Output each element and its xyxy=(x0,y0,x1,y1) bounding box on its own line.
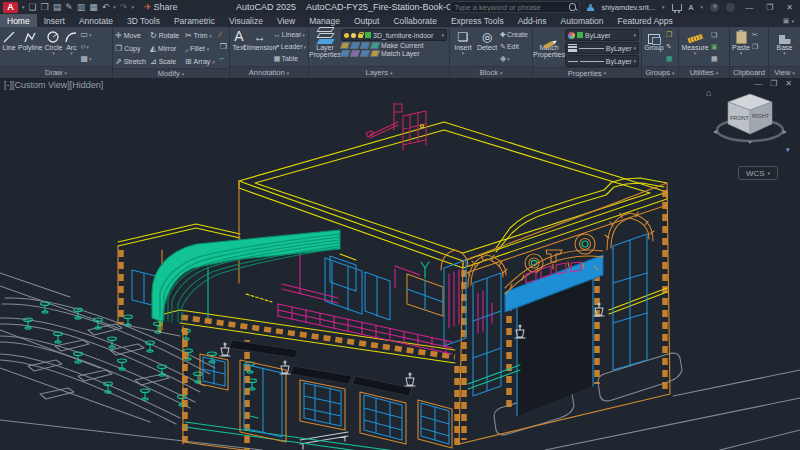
help-icon[interactable]: ? xyxy=(710,3,719,12)
store-cart-icon[interactable] xyxy=(672,4,682,11)
measure-button[interactable]: Measure▾ xyxy=(681,29,709,57)
save-icon[interactable]: ▤ xyxy=(53,2,62,13)
search-icon[interactable] xyxy=(569,3,576,11)
scale-button[interactable]: ⊿Scale xyxy=(150,55,183,68)
detect-button[interactable]: ◎ Detect xyxy=(476,29,498,51)
panel-label-view[interactable]: View▾ xyxy=(769,66,800,78)
tab-collaborate[interactable]: Collaborate xyxy=(386,14,443,27)
explode-icon[interactable]: ❒ xyxy=(220,41,227,52)
base-button[interactable]: Base▾ xyxy=(774,29,796,57)
quick-select-icon[interactable]: ▣ xyxy=(711,41,718,52)
layer-color-swatch[interactable] xyxy=(365,32,371,38)
close-button[interactable]: ✕ xyxy=(783,3,796,12)
linetype-dropdown[interactable]: ByLayer ▾ xyxy=(565,55,639,67)
ungroup-icon[interactable]: ❒ xyxy=(666,29,673,40)
model-canvas[interactable] xyxy=(0,78,800,450)
account-icon[interactable] xyxy=(587,4,594,11)
tab-home[interactable]: Home xyxy=(0,14,37,27)
hatch-tool-icon[interactable]: ▦▾ xyxy=(80,53,91,64)
account-caret-icon[interactable]: ▾ xyxy=(662,4,665,10)
tab-manage[interactable]: Manage xyxy=(302,14,347,27)
maximize-button[interactable]: ❐ xyxy=(763,3,776,12)
account-name[interactable]: shiyamdev.srit... xyxy=(601,3,655,12)
tab-parametric[interactable]: Parametric xyxy=(167,14,222,27)
open-file-icon[interactable]: ❒ xyxy=(41,2,49,13)
autodesk-a-icon[interactable]: A xyxy=(689,3,694,12)
line-button[interactable]: Line xyxy=(2,29,16,51)
copy-button[interactable]: ❐Copy xyxy=(115,42,148,55)
autodesk-caret-icon[interactable]: ▾ xyxy=(701,4,704,10)
layer-dropdown[interactable]: 3D_furniture-indoor ▾ xyxy=(341,29,447,41)
tab-output[interactable]: Output xyxy=(347,14,387,27)
viewcube-home-icon[interactable]: ⌂ xyxy=(706,88,711,98)
tab-annotate[interactable]: Annotate xyxy=(72,14,120,27)
app-menu-caret-icon[interactable]: ▾ xyxy=(22,4,25,10)
id-point-icon[interactable]: ❏ xyxy=(711,29,718,40)
polyline-button[interactable]: Polyline xyxy=(18,29,43,51)
insert-button[interactable]: ❏ Insert▾ xyxy=(452,29,474,57)
linear-button[interactable]: ↔Linear▾ xyxy=(274,29,306,40)
offset-icon[interactable]: ⌐ xyxy=(220,53,227,64)
layer-properties-button[interactable]: LayerProperties xyxy=(311,29,339,59)
lineweight-dropdown[interactable]: ByLayer ▾ xyxy=(565,42,639,54)
viewport-controls[interactable]: [-][Custom View][Hidden] xyxy=(4,80,103,90)
edit-block-button[interactable]: ✎Edit xyxy=(500,41,528,52)
leader-button[interactable]: ↗Leader▾ xyxy=(274,41,306,52)
rectangle-tool-icon[interactable]: ▭▾ xyxy=(80,29,91,40)
tab-3d-tools[interactable]: 3D Tools xyxy=(120,14,167,27)
undo-caret-icon[interactable]: ▾ xyxy=(113,4,116,10)
layer-lock-icon[interactable] xyxy=(358,34,363,38)
panel-label-annotation[interactable]: Annotation▾ xyxy=(230,66,308,78)
copy-clip-icon[interactable]: ❐ xyxy=(752,41,758,52)
tab-view[interactable]: View xyxy=(270,14,302,27)
fillet-button[interactable]: ◞Fillet▾ xyxy=(185,42,218,55)
viewcube-menu-caret-icon[interactable]: ▾ xyxy=(786,146,790,153)
match-properties-button[interactable]: MatchProperties xyxy=(535,29,563,59)
search-input[interactable] xyxy=(451,3,569,11)
dimension-button[interactable]: ↔ Dimension xyxy=(248,29,272,51)
paste-button[interactable]: Paste▾ xyxy=(732,29,750,57)
autocad-logo-icon[interactable]: A xyxy=(3,2,18,13)
viewcube-cube[interactable]: FRONT RIGHT xyxy=(728,94,772,134)
new-file-icon[interactable]: ❏ xyxy=(29,2,37,13)
assistant-icon[interactable] xyxy=(726,3,735,12)
layer-freeze-icon[interactable] xyxy=(351,33,356,38)
tab-featured-apps[interactable]: Featured Apps xyxy=(610,14,679,27)
tab-visualize[interactable]: Visualize xyxy=(222,14,270,27)
layer-on-icon[interactable] xyxy=(344,33,349,38)
drawing-viewport[interactable]: [-][Custom View][Hidden] — ❐ ✕ xyxy=(0,78,800,450)
match-layer-button[interactable]: Match Layer xyxy=(341,50,447,57)
search-box[interactable] xyxy=(450,1,580,13)
group-edit-icon[interactable]: ✎ xyxy=(666,41,673,52)
plot-icon[interactable]: ▥ xyxy=(77,2,86,13)
panel-label-modify[interactable]: Modify▾ xyxy=(113,68,229,78)
wcs-dropdown[interactable]: WCS▾ xyxy=(738,166,778,180)
redo-caret-icon[interactable]: ▾ xyxy=(131,4,134,10)
undo-icon[interactable]: ↶ xyxy=(102,2,110,13)
group-button[interactable]: Group xyxy=(644,29,664,51)
ellipse-tool-icon[interactable]: ○▾ xyxy=(80,41,91,52)
group-toggle-icon[interactable]: ▦ xyxy=(666,53,673,64)
mirror-button[interactable]: ◭Mirror xyxy=(150,42,183,55)
block-shield-icon[interactable]: ◆▾ xyxy=(500,53,528,64)
move-button[interactable]: ✛Move xyxy=(115,29,148,42)
tab-automation[interactable]: Automation xyxy=(553,14,610,27)
cut-icon[interactable]: ✂ xyxy=(752,29,758,40)
panel-label-properties[interactable]: Properties▾ xyxy=(533,67,641,78)
ribbon-options-icon[interactable]: ▣ ▾ xyxy=(783,14,800,27)
viewcube[interactable]: ⌂ FRONT RIGHT ▾ xyxy=(704,82,796,164)
tab-add-ins[interactable]: Add-ins xyxy=(511,14,554,27)
panel-label-groups[interactable]: Groups▾ xyxy=(642,66,678,78)
tab-insert[interactable]: Insert xyxy=(37,14,72,27)
redo-icon[interactable]: ↷ xyxy=(120,2,128,13)
erase-icon[interactable]: ∕ xyxy=(220,29,227,40)
array-button[interactable]: ⊞Array▾ xyxy=(185,55,218,68)
table-button[interactable]: ▦Table xyxy=(274,53,306,64)
quick-calc-icon[interactable]: ▦ xyxy=(711,53,718,64)
object-color-dropdown[interactable]: ByLayer ▾ xyxy=(565,29,639,41)
tab-express-tools[interactable]: Express Tools xyxy=(444,14,511,27)
circle-button[interactable]: Circle ▾ xyxy=(45,29,63,57)
panel-label-layers[interactable]: Layers▾ xyxy=(309,66,449,78)
create-block-button[interactable]: ✚Create xyxy=(500,29,528,40)
arc-button[interactable]: Arc ▾ xyxy=(64,29,78,57)
